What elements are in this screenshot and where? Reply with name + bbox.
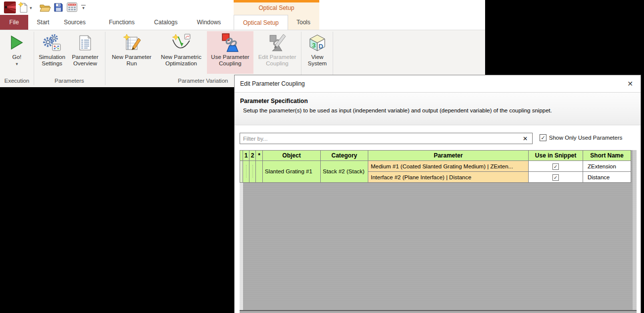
app-logo-icon[interactable] bbox=[4, 1, 16, 13]
short-name-cell[interactable]: Distance bbox=[583, 172, 631, 183]
input-indicator-cell[interactable] bbox=[243, 161, 249, 183]
new-parameter-run-button[interactable]: New Parameter Run bbox=[108, 31, 155, 74]
go-button[interactable]: Go! ▾ bbox=[3, 31, 31, 74]
check-icon: ✓ bbox=[553, 164, 557, 169]
grid-bottom-edge bbox=[240, 310, 637, 311]
use-parameter-coupling-label: Use Parameter Coupling bbox=[207, 54, 253, 67]
tab-optical-setup[interactable]: Optical Setup bbox=[234, 15, 288, 30]
group-label-execution: Execution bbox=[0, 76, 34, 86]
output-indicator-cell[interactable] bbox=[249, 161, 256, 183]
short-name-cell[interactable]: ZExtension bbox=[583, 161, 631, 172]
star-indicator-cell[interactable] bbox=[256, 161, 263, 183]
go-icon bbox=[10, 31, 24, 54]
category-cell[interactable]: Stack #2 (Stack) bbox=[321, 161, 368, 183]
close-icon[interactable]: ✕ bbox=[621, 75, 640, 92]
tree-dash-icon bbox=[246, 165, 247, 178]
view-system-icon: 3 D bbox=[308, 31, 326, 54]
dialog-body: ✕ ✓ Show Only Used Parameters 1 bbox=[235, 125, 641, 313]
header-short-name[interactable]: Short Name bbox=[583, 151, 631, 161]
parameter-table: 1 2 * Object Category Parameter Use in S… bbox=[240, 150, 631, 183]
table-header-row: 1 2 * Object Category Parameter Use in S… bbox=[240, 151, 631, 161]
tab-windows[interactable]: Windows bbox=[189, 15, 229, 30]
check-icon: ✓ bbox=[553, 175, 557, 180]
view-system-label: View System bbox=[303, 54, 332, 67]
ribbon-tabs: File Start Sources Functions Catalogs Wi… bbox=[0, 15, 485, 30]
header-category[interactable]: Category bbox=[321, 151, 368, 161]
contextual-tab-label: Optical Setup bbox=[234, 4, 319, 11]
dialog-header-panel: Parameter Specification Setup the parame… bbox=[235, 92, 641, 125]
parameter-table-zone: 1 2 * Object Category Parameter Use in S… bbox=[240, 150, 637, 313]
edit-parameter-coupling-icon bbox=[268, 31, 287, 54]
chevron-down-icon: ▾ bbox=[82, 6, 85, 10]
parameter-overview-label: Parameter Overview bbox=[68, 54, 102, 67]
customize-toolbar-icon[interactable]: ▾ bbox=[81, 5, 86, 10]
dialog-title: Edit Parameter Coupling bbox=[235, 75, 641, 92]
go-dropdown-icon[interactable]: ▾ bbox=[16, 62, 18, 66]
vertical-scrollbar[interactable] bbox=[633, 150, 637, 310]
filter-input[interactable] bbox=[240, 133, 533, 144]
header-col3[interactable]: * bbox=[256, 151, 263, 161]
row-header-strip bbox=[240, 183, 243, 310]
svg-text:D: D bbox=[319, 42, 323, 50]
new-parameter-run-icon bbox=[122, 31, 141, 54]
section-description: Setup the parameter(s) to be used as inp… bbox=[243, 107, 641, 113]
use-parameter-coupling-icon bbox=[221, 31, 240, 54]
tab-start[interactable]: Start bbox=[31, 15, 55, 30]
section-heading: Parameter Specification bbox=[240, 98, 641, 104]
parameter-overview-button[interactable]: Parameter Overview bbox=[68, 31, 102, 74]
header-col1[interactable]: 1 bbox=[243, 151, 249, 161]
table-row: Slanted Grating #1 Stack #2 (Stack) Medi… bbox=[240, 161, 631, 172]
tab-sources[interactable]: Sources bbox=[58, 15, 91, 30]
edit-parameter-coupling-dialog: Edit Parameter Coupling ✕ Parameter Spec… bbox=[234, 75, 641, 313]
parameter-overview-icon bbox=[79, 31, 92, 54]
header-parameter[interactable]: Parameter bbox=[368, 151, 529, 161]
header-use-in-snippet[interactable]: Use in Snippet bbox=[529, 151, 583, 161]
contextual-tab-accent-bar bbox=[234, 0, 319, 2]
edit-parameter-coupling-button: Edit Parameter Coupling bbox=[253, 31, 301, 74]
edit-parameter-coupling-label: Edit Parameter Coupling bbox=[253, 54, 301, 67]
ribbon: ▾ bbox=[0, 0, 485, 87]
header-col2[interactable]: 2 bbox=[249, 151, 256, 161]
simulation-settings-label: Simulation Settings bbox=[36, 54, 68, 67]
parameter-cell[interactable]: Medium #1 (Coated Slanted Grating Medium… bbox=[368, 161, 529, 172]
save-button[interactable] bbox=[54, 3, 63, 12]
new-parameter-run-label: New Parameter Run bbox=[108, 54, 155, 67]
use-parameter-coupling-button[interactable]: Use Parameter Coupling bbox=[207, 31, 253, 74]
simulation-settings-icon bbox=[43, 31, 61, 54]
tab-functions[interactable]: Functions bbox=[101, 15, 143, 30]
tab-tools[interactable]: Tools bbox=[288, 15, 319, 30]
object-cell[interactable]: Slanted Grating #1 bbox=[263, 161, 321, 183]
new-parametric-optimization-label: New Parametric Optimization bbox=[156, 54, 206, 67]
open-button[interactable] bbox=[40, 3, 51, 12]
header-object[interactable]: Object bbox=[263, 151, 321, 161]
svg-text:3: 3 bbox=[312, 41, 316, 49]
protocol-button[interactable] bbox=[67, 2, 77, 12]
parameter-cell[interactable]: Interface #2 (Plane Interface) | Distanc… bbox=[368, 172, 529, 183]
show-only-used-checkbox[interactable]: ✓ bbox=[540, 134, 546, 141]
tab-catalogs[interactable]: Catalogs bbox=[147, 15, 185, 30]
check-icon: ✓ bbox=[541, 135, 545, 141]
group-label-parameters: Parameters bbox=[34, 76, 105, 86]
show-only-used-parameters[interactable]: ✓ Show Only Used Parameters bbox=[540, 134, 622, 141]
filter-clear-icon[interactable]: ✕ bbox=[521, 134, 530, 143]
screen: ▾ bbox=[0, 0, 644, 313]
use-in-snippet-checkbox[interactable]: ✓ bbox=[552, 174, 559, 181]
use-in-snippet-cell[interactable]: ✓ bbox=[529, 172, 583, 183]
show-only-used-label: Show Only Used Parameters bbox=[549, 135, 622, 141]
tree-dash-icon bbox=[252, 165, 253, 178]
simulation-settings-button[interactable]: Simulation Settings bbox=[36, 31, 68, 74]
view-system-button[interactable]: 3 D View System bbox=[303, 31, 332, 74]
use-in-snippet-checkbox[interactable]: ✓ bbox=[552, 163, 559, 170]
use-in-snippet-cell[interactable]: ✓ bbox=[529, 161, 583, 172]
new-parametric-optimization-icon bbox=[172, 31, 191, 54]
go-label: Go! bbox=[12, 54, 22, 60]
new-parametric-optimization-button[interactable]: New Parametric Optimization bbox=[156, 31, 206, 74]
new-document-dropdown-icon[interactable]: ▾ bbox=[30, 6, 32, 10]
new-document-button[interactable] bbox=[18, 2, 28, 13]
tab-file[interactable]: File bbox=[0, 15, 28, 30]
